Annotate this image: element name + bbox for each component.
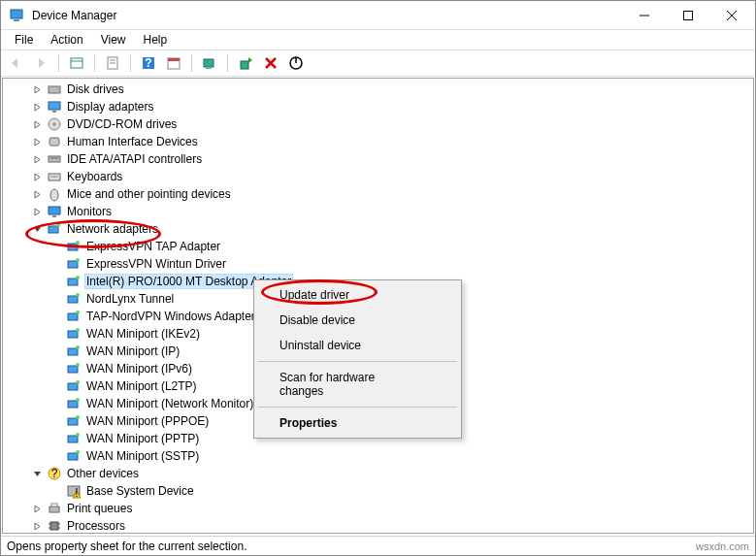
window-title: Device Manager: [30, 9, 622, 22]
tree-item[interactable]: Disk drives: [3, 81, 753, 98]
tree-item-label: WAN Miniport (Network Monitor): [84, 397, 255, 410]
help-icon[interactable]: ?: [138, 52, 159, 74]
menu-action[interactable]: Action: [43, 31, 90, 49]
cpu-icon: [47, 518, 62, 534]
tree-item-label: Mice and other pointing devices: [65, 187, 233, 201]
tree-item-label: DVD/CD-ROM drives: [65, 117, 179, 131]
properties-icon[interactable]: [102, 52, 123, 74]
tree-item-label: ExpressVPN TAP Adapter: [84, 240, 222, 253]
tree-item[interactable]: Print queues: [3, 500, 753, 517]
context-item-properties[interactable]: Properties: [256, 410, 459, 436]
tree-item[interactable]: WAN Miniport (SSTP): [3, 447, 753, 465]
context-menu: Update driverDisable deviceUninstall dev…: [253, 279, 462, 439]
ide-icon: [47, 151, 62, 167]
tree-item-label: WAN Miniport (SSTP): [84, 449, 201, 463]
tree-item[interactable]: IDE ATA/ATAPI controllers: [3, 150, 753, 168]
tree-item[interactable]: Display adapters: [3, 98, 753, 115]
context-item-uninstall-device[interactable]: Uninstall device: [256, 333, 459, 358]
net-icon: [66, 343, 82, 359]
expand-icon[interactable]: [30, 173, 44, 181]
menu-separator: [258, 361, 457, 362]
update-driver-icon[interactable]: [235, 52, 256, 74]
svg-rect-16: [206, 68, 212, 69]
svg-rect-43: [68, 313, 78, 320]
svg-rect-25: [49, 138, 59, 146]
tree-item-label: WAN Miniport (PPTP): [84, 432, 201, 445]
expand-icon[interactable]: [30, 120, 44, 129]
tree-item[interactable]: Processors: [3, 517, 753, 534]
tree-item-label: WAN Miniport (IPv6): [84, 362, 194, 376]
tree-item[interactable]: Network adapters: [3, 220, 753, 238]
svg-rect-21: [49, 102, 60, 110]
close-button[interactable]: [709, 2, 753, 29]
svg-point-24: [53, 123, 56, 126]
expand-icon[interactable]: [30, 190, 44, 199]
svg-rect-0: [11, 10, 22, 18]
tree-item-label: IDE ATA/ATAPI controllers: [65, 152, 204, 166]
uninstall-icon[interactable]: [260, 52, 281, 74]
tree-item[interactable]: ExpressVPN TAP Adapter: [3, 238, 753, 255]
maximize-button[interactable]: [666, 2, 709, 29]
app-icon: [9, 8, 24, 23]
tree-item-label: WAN Miniport (L2TP): [84, 379, 199, 393]
svg-rect-14: [168, 58, 180, 61]
printer-icon: [47, 501, 62, 516]
calendar-icon[interactable]: [163, 52, 184, 74]
expand-icon[interactable]: [30, 208, 44, 216]
expand-icon[interactable]: [30, 103, 44, 112]
disable-icon[interactable]: [285, 52, 307, 74]
tree-item[interactable]: Mice and other pointing devices: [3, 185, 753, 203]
context-item-disable-device[interactable]: Disable device: [256, 308, 459, 333]
svg-rect-33: [49, 226, 58, 233]
tree-item-label: ExpressVPN Wintun Driver: [84, 257, 228, 271]
net-icon: [66, 256, 82, 272]
expand-icon[interactable]: [30, 505, 44, 513]
tree-item[interactable]: Keyboards: [3, 168, 753, 185]
svg-rect-57: [68, 436, 78, 442]
svg-point-58: [76, 433, 80, 437]
tree-item[interactable]: DVD/CD-ROM drives: [3, 115, 753, 133]
menu-view[interactable]: View: [93, 31, 134, 49]
svg-rect-45: [68, 331, 78, 338]
context-item-scan-for-hardware-changes[interactable]: Scan for hardware changes: [256, 365, 459, 404]
svg-rect-26: [49, 156, 60, 162]
svg-rect-59: [68, 453, 78, 460]
minimize-button[interactable]: [622, 2, 666, 29]
svg-rect-6: [71, 58, 82, 68]
tree-item-label: NordLynx Tunnel: [84, 292, 176, 306]
svg-point-20: [56, 88, 58, 90]
menu-help[interactable]: Help: [136, 31, 176, 49]
tree-item-label: Other devices: [65, 467, 141, 480]
collapse-icon[interactable]: [30, 225, 44, 234]
other-icon: ?: [47, 466, 62, 481]
tree-item[interactable]: ?Other devices: [3, 465, 753, 482]
tree-item[interactable]: !Base System Device: [3, 482, 753, 500]
tree-item-label: WAN Miniport (IP): [84, 344, 181, 358]
tree-item-label: Print queues: [65, 502, 134, 515]
tree-item[interactable]: ExpressVPN Wintun Driver: [3, 255, 753, 273]
tree-item[interactable]: Monitors: [3, 203, 753, 220]
expand-icon[interactable]: [30, 138, 44, 147]
show-hide-icon[interactable]: [66, 52, 87, 74]
context-item-update-driver[interactable]: Update driver: [256, 282, 459, 308]
toolbar: ?: [1, 49, 755, 77]
svg-rect-39: [68, 278, 78, 285]
svg-point-48: [76, 345, 80, 349]
svg-rect-17: [241, 61, 248, 69]
expand-icon[interactable]: [30, 155, 44, 164]
menu-file[interactable]: File: [7, 31, 41, 49]
tree-item-label: Monitors: [65, 205, 114, 218]
display-icon: [47, 99, 62, 114]
svg-rect-55: [68, 418, 78, 425]
svg-rect-3: [683, 11, 692, 19]
expand-icon[interactable]: [30, 522, 44, 531]
svg-point-38: [76, 258, 80, 262]
svg-point-50: [76, 363, 80, 367]
svg-point-56: [76, 415, 80, 419]
collapse-icon[interactable]: [30, 470, 44, 478]
expand-icon[interactable]: [30, 85, 44, 94]
tree-item-label: Network adapters: [65, 222, 160, 236]
tree-item[interactable]: Human Interface Devices: [3, 133, 753, 150]
scan-hardware-icon[interactable]: [199, 52, 220, 74]
svg-point-46: [76, 328, 80, 332]
